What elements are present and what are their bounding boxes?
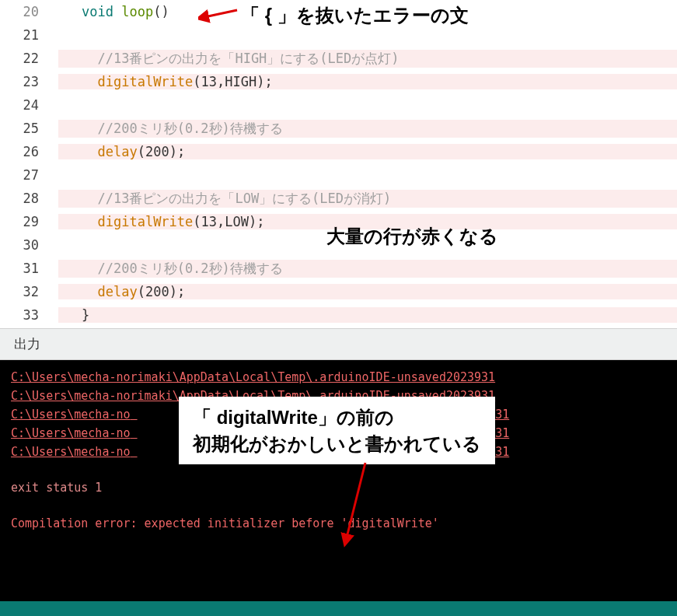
line-number: 33	[0, 307, 58, 323]
code-editor[interactable]: 20void loop()2122 //13番ピンの出力を「HIGH」にする(L…	[0, 0, 677, 328]
code-line[interactable]: 21	[0, 23, 677, 47]
line-number: 31	[0, 261, 58, 276]
code-content[interactable]: }	[58, 307, 677, 323]
line-number: 27	[0, 167, 58, 183]
line-number: 29	[0, 214, 58, 229]
line-number: 26	[0, 144, 58, 159]
console-output[interactable]: C:\Users\mecha-norimaki\AppData\Local\Te…	[0, 360, 677, 601]
line-number: 22	[0, 51, 58, 66]
code-line[interactable]: 31 //200ミリ秒(0.2秒)待機する	[0, 257, 677, 280]
code-line[interactable]: 20void loop()	[0, 0, 677, 23]
code-line[interactable]: 27	[0, 163, 677, 187]
code-content[interactable]: digitalWrite(13,LOW);	[58, 214, 677, 229]
output-tab-label: 出力	[14, 337, 40, 352]
code-line[interactable]: 23 digitalWrite(13,HIGH);	[0, 70, 677, 93]
code-line[interactable]: 22 //13番ピンの出力を「HIGH」にする(LEDが点灯)	[0, 47, 677, 70]
code-line[interactable]: 24	[0, 93, 677, 117]
console-compilation-error: Compilation error: expected initializer …	[11, 514, 666, 533]
line-number: 32	[0, 284, 58, 299]
console-error-path: C:\Users\mecha-no rimaki\AppData\Local\T…	[11, 424, 666, 443]
line-number: 25	[0, 121, 58, 136]
code-content[interactable]: void loop()	[58, 4, 677, 19]
status-bar	[0, 601, 677, 616]
code-line[interactable]: 26 delay(200);	[0, 140, 677, 163]
code-line[interactable]: 33}	[0, 303, 677, 327]
line-number: 21	[0, 27, 58, 43]
line-number: 28	[0, 191, 58, 206]
code-content[interactable]: //13番ピンの出力を「LOW」にする(LEDが消灯)	[58, 190, 677, 208]
code-line[interactable]: 29 digitalWrite(13,LOW);	[0, 210, 677, 233]
code-line[interactable]: 30	[0, 233, 677, 257]
code-content[interactable]: digitalWrite(13,HIGH);	[58, 74, 677, 89]
code-content[interactable]: //200ミリ秒(0.2秒)待機する	[58, 260, 677, 278]
console-error-path: C:\Users\mecha-norimaki\AppData\Local\Te…	[11, 387, 666, 405]
code-content[interactable]: delay(200);	[58, 284, 677, 299]
console-exit-status: exit status 1	[11, 478, 666, 497]
code-content[interactable]: delay(200);	[58, 144, 677, 159]
code-line[interactable]: 25 //200ミリ秒(0.2秒)待機する	[0, 117, 677, 140]
line-number: 20	[0, 4, 58, 19]
output-tab[interactable]: 出力	[0, 328, 677, 360]
code-line[interactable]: 28 //13番ピンの出力を「LOW」にする(LEDが消灯)	[0, 187, 677, 210]
line-number: 24	[0, 97, 58, 113]
code-content[interactable]: //200ミリ秒(0.2秒)待機する	[58, 120, 677, 138]
line-number: 23	[0, 74, 58, 89]
code-content[interactable]: //13番ピンの出力を「HIGH」にする(LEDが点灯)	[58, 50, 677, 68]
console-error-path: C:\Users\mecha-no rimaki\AppData\Local\T…	[11, 405, 666, 424]
console-error-path: C:\Users\mecha-no rimaki\AppData\Local\T…	[11, 443, 666, 461]
code-line[interactable]: 32 delay(200);	[0, 280, 677, 303]
console-error-path: C:\Users\mecha-norimaki\AppData\Local\Te…	[11, 368, 666, 387]
line-number: 30	[0, 237, 58, 253]
